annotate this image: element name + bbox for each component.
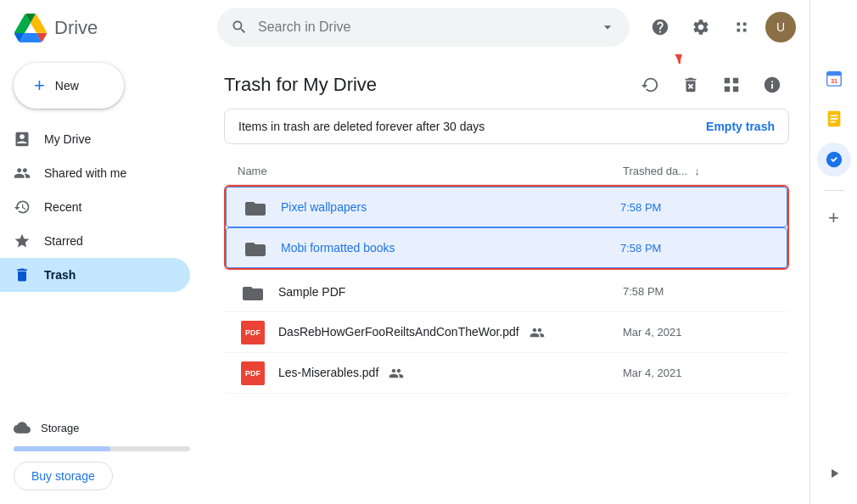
empty-trash-button[interactable]: Empty trash xyxy=(706,120,775,133)
table-row[interactable]: Pixel wallpapers 7:58 PM xyxy=(226,187,787,227)
drive-icon xyxy=(14,131,31,148)
topbar-icons: U xyxy=(643,10,796,44)
search-input[interactable] xyxy=(258,20,589,35)
right-panel-collapse-button[interactable] xyxy=(817,456,851,490)
storage-section: Storage Buy storage xyxy=(0,406,204,504)
sidebar-item-shared-label: Shared with me xyxy=(44,166,126,180)
content-area: Trash for My Drive xyxy=(204,54,809,504)
file-name: Les-Miserables.pdf xyxy=(278,365,623,381)
pdf-icon: PDF xyxy=(238,321,268,344)
settings-button[interactable] xyxy=(684,10,718,44)
table-row[interactable]: Sample PDF 7:58 PM xyxy=(224,272,789,312)
table-row[interactable]: Mobi formatted books 7:58 PM xyxy=(226,227,787,268)
table-row[interactable]: PDF Les-Miserables.pdf Mar 4, 2021 xyxy=(224,353,789,394)
file-name: DasRebHowGerFooReiltsAndConTheWor.pdf xyxy=(278,324,623,340)
plus-icon: + xyxy=(34,76,45,95)
storage-bar-fill xyxy=(14,446,110,451)
topbar: U xyxy=(204,0,809,54)
star-icon xyxy=(14,232,31,249)
grid-view-button[interactable] xyxy=(714,68,748,102)
svg-rect-2 xyxy=(826,72,841,76)
header-actions xyxy=(633,68,789,102)
new-button-label: New xyxy=(55,79,79,92)
selected-files-group: Pixel wallpapers 7:58 PM Mobi formatted … xyxy=(224,185,789,270)
pdf-icon: PDF xyxy=(238,361,268,385)
page-title: Trash for My Drive xyxy=(224,74,623,96)
avatar[interactable]: U xyxy=(765,12,796,42)
table-header: Name Trashed da... ↓ xyxy=(224,158,789,185)
help-button[interactable] xyxy=(643,10,677,44)
storage-label: Storage xyxy=(14,419,190,436)
right-add-button[interactable]: + xyxy=(817,201,851,235)
sidebar-item-shared[interactable]: Shared with me xyxy=(0,156,190,190)
drive-logo-icon xyxy=(14,14,48,42)
col-date-header[interactable]: Trashed da... ↓ xyxy=(623,165,776,177)
shared-icon xyxy=(529,324,545,339)
tasks-button[interactable] xyxy=(817,143,851,176)
search-icon xyxy=(231,19,248,36)
right-divider xyxy=(824,190,844,191)
shared-icon xyxy=(389,365,404,379)
folder-icon xyxy=(238,283,268,300)
file-date: Mar 4, 2021 xyxy=(623,367,776,379)
keep-button[interactable] xyxy=(817,102,851,136)
sidebar-item-recent[interactable]: Recent xyxy=(0,190,190,224)
sidebar-item-trash[interactable]: Trash xyxy=(0,258,190,292)
col-name-header: Name xyxy=(238,165,623,177)
folder-icon xyxy=(240,199,271,216)
right-panel: 31 + xyxy=(809,0,857,504)
file-name: Mobi formatted books xyxy=(281,241,620,255)
info-banner-text: Items in trash are deleted forever after… xyxy=(238,120,485,133)
sidebar-item-starred-label: Starred xyxy=(44,234,83,248)
storage-bar xyxy=(14,446,190,451)
search-bar[interactable] xyxy=(217,8,630,47)
main-content: U Trash for My Drive xyxy=(204,0,809,504)
calendar-button[interactable]: 31 xyxy=(817,61,851,95)
sidebar: Drive + New My Drive Shared with me Rece… xyxy=(0,0,204,504)
delete-forever-button[interactable] xyxy=(674,68,708,102)
buy-storage-button[interactable]: Buy storage xyxy=(14,462,113,490)
new-button[interactable]: + New xyxy=(14,63,124,109)
info-banner: Items in trash are deleted forever after… xyxy=(224,109,789,144)
search-dropdown-icon[interactable] xyxy=(599,19,616,36)
folder-icon xyxy=(240,239,271,256)
sidebar-item-my-drive[interactable]: My Drive xyxy=(0,122,190,156)
trash-icon xyxy=(14,266,31,283)
restore-button[interactable] xyxy=(633,68,667,102)
people-icon xyxy=(14,165,31,182)
sidebar-item-recent-label: Recent xyxy=(44,200,81,214)
content-header: Trash for My Drive xyxy=(224,54,789,109)
grid-button[interactable] xyxy=(725,10,759,44)
file-name: Sample PDF xyxy=(278,285,623,299)
app-logo: Drive xyxy=(0,7,204,56)
sidebar-item-trash-label: Trash xyxy=(44,268,76,282)
svg-rect-6 xyxy=(830,118,837,120)
sidebar-item-my-drive-label: My Drive xyxy=(44,132,91,146)
svg-rect-5 xyxy=(830,115,837,116)
file-date: 7:58 PM xyxy=(623,285,776,298)
table-row[interactable]: PDF DasRebHowGerFooReiltsAndConTheWor.pd… xyxy=(224,312,789,353)
file-date: Mar 4, 2021 xyxy=(623,326,776,339)
svg-rect-7 xyxy=(830,121,835,123)
sidebar-item-starred[interactable]: Starred xyxy=(0,224,190,258)
cloud-icon xyxy=(14,419,31,436)
svg-text:31: 31 xyxy=(830,77,837,85)
app-title: Drive xyxy=(54,17,98,39)
info-button[interactable] xyxy=(755,68,789,102)
file-date: 7:58 PM xyxy=(620,242,773,255)
file-date: 7:58 PM xyxy=(620,201,773,214)
file-name: Pixel wallpapers xyxy=(281,200,620,214)
clock-icon xyxy=(14,199,31,216)
